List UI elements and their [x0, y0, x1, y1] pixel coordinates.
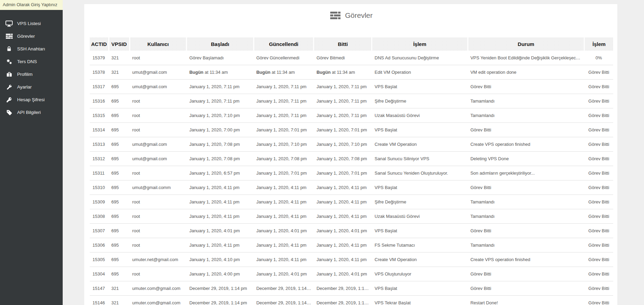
table-row: 15146321umuter.com@gmail.comDecember 29,… — [90, 296, 613, 305]
cell-finished: January 1, 2020, 4:11 pm — [314, 209, 372, 224]
sidebar-item-ssh-anahtari[interactable]: SSH Anahtarı — [0, 43, 63, 55]
cell-finished: January 1, 2020, 7:11 pm — [314, 94, 372, 108]
sidebar-item-ayarlar[interactable]: Ayarlar — [0, 81, 63, 93]
cell-started: January 1, 2020, 4:11 pm — [187, 180, 254, 195]
monitor-icon — [4, 21, 14, 27]
table-row: 15309695rootJanuary 1, 2020, 4:11 pmJanu… — [90, 195, 613, 209]
cell-operation: VPS Başlat — [372, 180, 468, 195]
cell-operation: FS Sekme Tutamacı — [372, 238, 468, 253]
briefcase-icon — [4, 71, 14, 78]
cell-user: umut@gmail.comm — [129, 180, 187, 195]
cell-status: VM edit operation done — [468, 65, 584, 80]
cell-updated: January 1, 2020, 7:08 pm — [253, 152, 314, 166]
cell-status: Tamamlandı — [468, 209, 584, 224]
cell-finished: January 1, 2020, 4:11 pm — [314, 195, 372, 209]
cell-started: January 1, 2020, 6:57 pm — [187, 166, 254, 180]
cell-actid: 15311 — [90, 166, 109, 180]
sidebar-item-profilim[interactable]: Profilim — [0, 68, 63, 81]
cell-vpsid: 695 — [109, 195, 129, 209]
cell-action: Görev Bitti — [584, 281, 613, 296]
column-header-2: Kullanıcı — [129, 37, 187, 51]
cell-vpsid: 695 — [109, 108, 129, 123]
tag-icon — [4, 109, 14, 116]
cell-actid: 15308 — [90, 209, 109, 224]
cell-started: January 1, 2020, 4:11 pm — [187, 209, 254, 224]
column-header-8: İşlem — [584, 37, 613, 51]
cell-updated: January 1, 2020, 4:11 pm — [253, 238, 314, 253]
cell-vpsid: 695 — [109, 94, 129, 108]
cell-status: Son adımların gerçekleştiriliyor... — [468, 166, 584, 180]
table-row: 15378321umut@gmail.comBugün at 11:34 amB… — [90, 65, 613, 80]
sidebar-item-gorevler[interactable]: Görevler — [0, 30, 63, 43]
table-row: 15314695rootJanuary 1, 2020, 7:00 pmJanu… — [90, 123, 613, 137]
tasks-icon — [330, 12, 340, 19]
cell-status: Görev Bitti — [468, 281, 584, 296]
cell-user: root — [129, 166, 187, 180]
cell-user: umut@gmail.com — [129, 65, 187, 80]
page-title-label: Görevler — [345, 11, 373, 20]
table-row: 15306695rootJanuary 1, 2020, 4:11 pmJanu… — [90, 238, 613, 253]
cell-action: Görev Bitti — [584, 80, 613, 94]
column-header-1: VPSID — [109, 37, 129, 51]
cell-finished: January 1, 2020, 7:11 pm — [314, 80, 372, 94]
cell-actid: 15147 — [90, 281, 109, 296]
cell-action: Görev Bitti — [584, 209, 613, 224]
cell-status: Tamamlandı — [468, 195, 584, 209]
cell-finished: January 1, 2020, 4:01 pm — [314, 267, 372, 281]
cell-started: Görev Başlamadı — [187, 51, 254, 65]
cell-status: Görev Bitti — [468, 180, 584, 195]
cell-vpsid: 321 — [109, 296, 129, 305]
table-row: 15307695rootJanuary 1, 2020, 4:01 pmJanu… — [90, 224, 613, 238]
tasks-table: ACTIDVPSIDKullanıcıBaşladıGüncellendiBit… — [90, 37, 613, 305]
table-row: 15317695umut@gmail.comJanuary 1, 2020, 7… — [90, 80, 613, 94]
cell-updated: Bugün at 11:34 am — [253, 65, 314, 80]
table-row: 15379321rootGörev BaşlamadıGörev Güncell… — [90, 51, 613, 65]
cell-actid: 15315 — [90, 108, 109, 123]
cell-operation: DNS Ad Sunucusunu Değiştirme — [372, 51, 468, 65]
sidebar-item-vps-listesi[interactable]: VPS Listesi — [0, 17, 63, 30]
sidebar-item-api-bilgileri[interactable]: API Bilgileri — [0, 106, 63, 119]
cell-vpsid: 695 — [109, 267, 129, 281]
sidebar-item-label: Profilim — [17, 72, 33, 77]
cell-started: January 1, 2020, 4:00 pm — [187, 267, 254, 281]
cell-operation: Sanal Sunucu Yeniden Oluşturuluyor. — [372, 166, 468, 180]
cell-operation: VPS Başlat — [372, 123, 468, 137]
table-row: 15147321umuter.com@gmail.comDecember 29,… — [90, 281, 613, 296]
sidebar-item-ters-dns[interactable]: Ters DNS — [0, 55, 63, 68]
cell-actid: 15316 — [90, 94, 109, 108]
cell-finished: January 1, 2020, 7:08 pm — [314, 152, 372, 166]
cell-vpsid: 695 — [109, 137, 129, 152]
cell-updated: January 1, 2020, 4:01 pm — [253, 267, 314, 281]
sidebar-item-hesap-sifresi[interactable]: Hesap Şifresi — [0, 93, 63, 106]
table-row: 15305695umuter.net@gmail.comJanuary 1, 2… — [90, 253, 613, 267]
admin-login-banner: Admin Olarak Giriş Yaptınız — [0, 0, 63, 10]
cell-started: January 1, 2020, 4:01 pm — [187, 224, 254, 238]
cell-actid: 15309 — [90, 195, 109, 209]
cell-status: Tamamlandı — [468, 94, 584, 108]
cell-vpsid: 695 — [109, 166, 129, 180]
cell-vpsid: 695 — [109, 253, 129, 267]
cell-operation: VPS Başlat — [372, 224, 468, 238]
cell-operation: Create VM Operation — [372, 253, 468, 267]
cell-finished: December 29, 2019, 1:14 pm — [314, 281, 372, 296]
cell-updated: Görev Güncellenmedi — [253, 51, 314, 65]
page-title: Görevler — [90, 4, 613, 20]
cell-user: root — [129, 195, 187, 209]
sidebar-menu: VPS ListesiGörevlerSSH AnahtarıTers DNSP… — [0, 17, 63, 119]
cell-started: January 1, 2020, 4:10 pm — [187, 253, 254, 267]
cell-vpsid: 695 — [109, 238, 129, 253]
cell-user: root — [129, 123, 187, 137]
cell-operation: VPS Başlat — [372, 80, 468, 94]
cell-action: Görev Bitti — [584, 180, 613, 195]
cell-user: root — [129, 238, 187, 253]
column-header-5: Bitti — [314, 37, 372, 51]
cell-action: Görev Bitti — [584, 253, 613, 267]
cell-started: January 1, 2020, 7:11 pm — [187, 80, 254, 94]
cell-actid: 15314 — [90, 123, 109, 137]
cell-vpsid: 695 — [109, 209, 129, 224]
sidebar-item-label: Hesap Şifresi — [17, 97, 45, 102]
cell-actid: 15305 — [90, 253, 109, 267]
cell-operation: Şifre Değiştirme — [372, 94, 468, 108]
cell-user: umuter.net@gmail.com — [129, 253, 187, 267]
cell-vpsid: 695 — [109, 123, 129, 137]
